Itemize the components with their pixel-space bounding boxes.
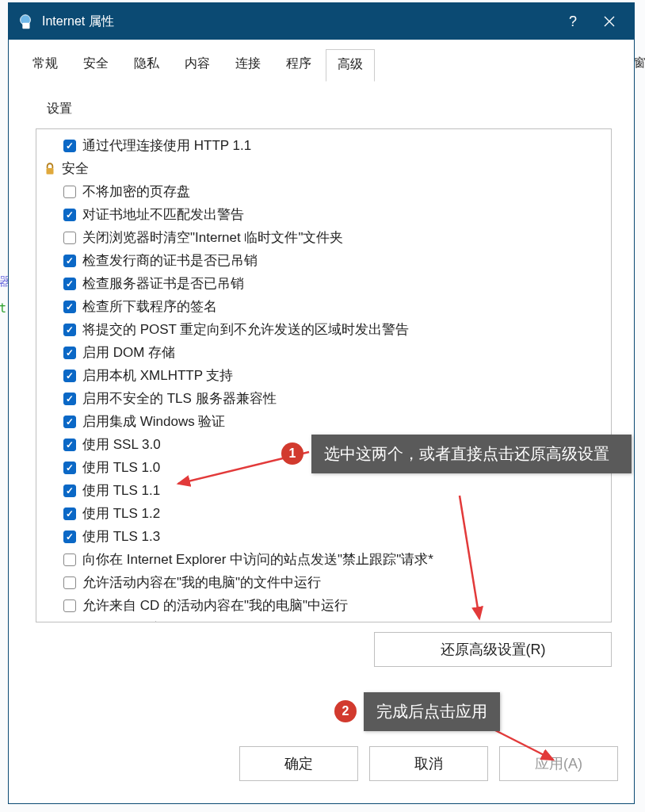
settings-listbox[interactable]: 通过代理连接使用 HTTP 1.1安全不将加密的页存盘对证书地址不匹配发出警告关… xyxy=(36,128,612,622)
internet-options-icon xyxy=(17,13,34,30)
settings-item-label: 允许活动内容在"我的电脑"的文件中运行 xyxy=(82,573,321,592)
checkbox[interactable] xyxy=(63,255,76,267)
settings-item[interactable]: 使用 TLS 1.2 xyxy=(40,502,608,525)
checkbox[interactable] xyxy=(63,416,76,428)
settings-item-label: 允许运行或安装软件，即使签名无效 xyxy=(82,619,298,622)
settings-item[interactable]: 通过代理连接使用 HTTP 1.1 xyxy=(40,134,608,157)
ok-button[interactable]: 确定 xyxy=(239,746,358,781)
settings-item-label: 使用 SSL 3.0 xyxy=(82,435,161,454)
tab-security[interactable]: 安全 xyxy=(72,49,120,81)
annotation-badge-1: 1 xyxy=(281,442,303,465)
annotation-callout-1: 选中这两个，或者直接点击还原高级设置 xyxy=(311,435,632,473)
advanced-panel: 设置 通过代理连接使用 HTTP 1.1安全不将加密的页存盘对证书地址不匹配发出… xyxy=(9,82,634,738)
lock-icon xyxy=(43,162,57,176)
settings-item[interactable]: 允许运行或安装软件，即使签名无效 xyxy=(40,617,608,622)
restore-advanced-button[interactable]: 还原高级设置(R) xyxy=(374,632,612,667)
tab-connections[interactable]: 连接 xyxy=(224,49,272,81)
checkbox[interactable] xyxy=(63,324,76,336)
settings-item-label: 对证书地址不匹配发出警告 xyxy=(82,205,244,224)
annotation-badge-2: 2 xyxy=(334,700,357,722)
checkbox[interactable] xyxy=(63,553,76,566)
tab-privacy[interactable]: 隐私 xyxy=(123,49,170,81)
cancel-button[interactable]: 取消 xyxy=(369,746,488,781)
settings-item-label: 允许来自 CD 的活动内容在"我的电脑"中运行 xyxy=(82,596,348,615)
bg-text: t xyxy=(0,301,6,316)
settings-item[interactable]: 使用 TLS 1.1 xyxy=(40,479,608,502)
checkbox[interactable] xyxy=(63,140,76,152)
checkbox[interactable] xyxy=(63,347,76,359)
settings-item[interactable]: 启用集成 Windows 验证 xyxy=(40,410,608,433)
settings-item[interactable]: 检查服务器证书是否已吊销 xyxy=(40,272,608,295)
checkbox[interactable] xyxy=(63,301,76,313)
checkbox[interactable] xyxy=(63,599,76,612)
svg-rect-1 xyxy=(22,23,29,29)
checkbox[interactable] xyxy=(63,209,76,221)
settings-item-label: 将提交的 POST 重定向到不允许发送的区域时发出警告 xyxy=(82,320,409,339)
settings-item[interactable]: 对证书地址不匹配发出警告 xyxy=(40,203,608,226)
settings-item-label: 使用 TLS 1.1 xyxy=(82,481,160,500)
settings-item[interactable]: 检查发行商的证书是否已吊销 xyxy=(40,249,608,272)
settings-item-label: 使用 TLS 1.0 xyxy=(82,458,160,477)
tab-advanced[interactable]: 高级 xyxy=(326,49,375,82)
tab-programs[interactable]: 程序 xyxy=(275,49,322,81)
settings-item[interactable]: 将提交的 POST 重定向到不允许发送的区域时发出警告 xyxy=(40,318,608,341)
apply-button[interactable]: 应用(A) xyxy=(499,746,618,781)
settings-item-label: 检查所下载程序的签名 xyxy=(82,297,217,316)
settings-item-label: 安全 xyxy=(62,159,89,178)
settings-label: 设置 xyxy=(47,101,612,117)
settings-item-label: 使用 TLS 1.3 xyxy=(82,527,160,546)
settings-item-label: 通过代理连接使用 HTTP 1.1 xyxy=(82,136,251,155)
settings-item[interactable]: 向你在 Internet Explorer 中访问的站点发送"禁止跟踪"请求* xyxy=(40,548,608,571)
settings-item-label: 启用本机 XMLHTTP 支持 xyxy=(82,366,233,385)
checkbox[interactable] xyxy=(63,485,76,497)
annotation-callout-2: 完成后点击应用 xyxy=(364,692,500,731)
window-title: Internet 属性 xyxy=(42,13,555,30)
checkbox[interactable] xyxy=(63,278,76,290)
settings-item[interactable]: 启用不安全的 TLS 服务器兼容性 xyxy=(40,387,608,410)
titlebar: Internet 属性 ? xyxy=(9,3,634,40)
settings-item[interactable]: 检查所下载程序的签名 xyxy=(40,295,608,318)
checkbox[interactable] xyxy=(63,576,76,589)
tab-general[interactable]: 常规 xyxy=(21,49,69,81)
settings-category: 安全 xyxy=(40,157,608,180)
tab-strip: 常规安全隐私内容连接程序高级 xyxy=(9,40,634,82)
settings-item-label: 启用不安全的 TLS 服务器兼容性 xyxy=(82,389,277,408)
checkbox[interactable] xyxy=(63,462,76,474)
settings-item-label: 启用 DOM 存储 xyxy=(82,343,175,362)
checkbox[interactable] xyxy=(63,393,76,405)
checkbox[interactable] xyxy=(63,439,76,451)
settings-item-label: 不将加密的页存盘 xyxy=(82,182,190,201)
settings-item[interactable]: 不将加密的页存盘 xyxy=(40,180,608,203)
settings-item-label: 向你在 Internet Explorer 中访问的站点发送"禁止跟踪"请求* xyxy=(82,550,433,569)
help-button[interactable]: ? xyxy=(555,3,591,40)
svg-rect-2 xyxy=(47,167,54,174)
settings-item-label: 检查服务器证书是否已吊销 xyxy=(82,274,244,293)
settings-item-label: 使用 TLS 1.2 xyxy=(82,504,160,523)
bg-text: 窗 xyxy=(634,56,645,71)
close-button[interactable] xyxy=(591,3,628,40)
settings-item[interactable]: 允许来自 CD 的活动内容在"我的电脑"中运行 xyxy=(40,594,608,617)
settings-item[interactable]: 启用 DOM 存储 xyxy=(40,341,608,364)
settings-item-label: 检查发行商的证书是否已吊销 xyxy=(82,251,258,270)
settings-item[interactable]: 关闭浏览器时清空"Internet 临时文件"文件夹 xyxy=(40,226,608,249)
tab-content[interactable]: 内容 xyxy=(174,49,221,81)
settings-item[interactable]: 允许活动内容在"我的电脑"的文件中运行 xyxy=(40,571,608,594)
settings-item-label: 启用集成 Windows 验证 xyxy=(82,412,225,431)
settings-item[interactable]: 启用本机 XMLHTTP 支持 xyxy=(40,364,608,387)
settings-item[interactable]: 使用 TLS 1.3 xyxy=(40,525,608,548)
checkbox[interactable] xyxy=(63,530,76,543)
settings-item-label: 关闭浏览器时清空"Internet 临时文件"文件夹 xyxy=(82,228,343,247)
checkbox[interactable] xyxy=(63,186,76,198)
checkbox[interactable] xyxy=(63,232,76,244)
checkbox[interactable] xyxy=(63,508,76,520)
dialog-footer: 确定 取消 应用(A) xyxy=(9,738,634,803)
checkbox[interactable] xyxy=(63,370,76,382)
internet-options-dialog: Internet 属性 ? 常规安全隐私内容连接程序高级 设置 通过代理连接使用… xyxy=(8,2,635,804)
